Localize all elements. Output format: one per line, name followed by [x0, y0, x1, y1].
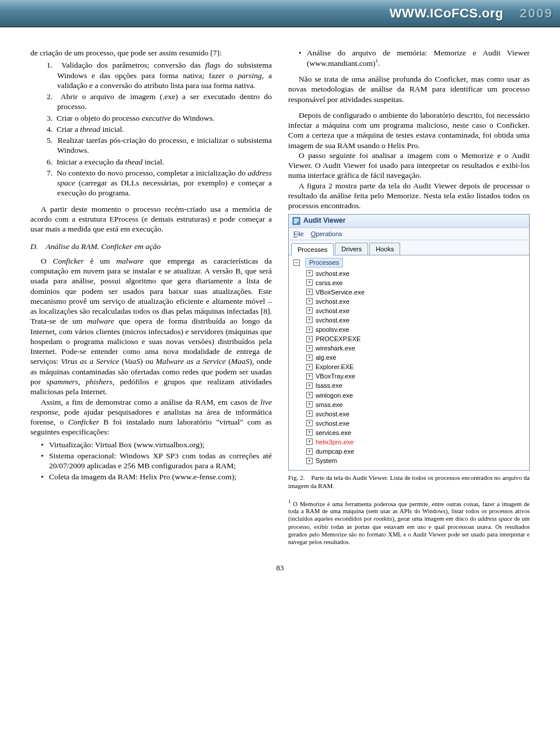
process-label: services.exe — [316, 429, 351, 437]
audit-title-text: Audit Viewer — [303, 216, 345, 225]
process-label: svchost.exe — [316, 419, 349, 427]
analysis-bullet-list: Análise do arquivo de memória: Memorize … — [288, 48, 530, 68]
right-column: Análise do arquivo de memória: Memorize … — [288, 48, 530, 546]
expand-icon[interactable]: + — [306, 307, 313, 314]
tab-drivers[interactable]: Drivers — [335, 243, 368, 255]
process-item[interactable]: +svchost.exe — [306, 269, 526, 278]
specs-list: Virtualização: Virtual Box (www.virtualb… — [30, 440, 272, 482]
process-label: lsass.exe — [316, 381, 342, 390]
process-label: Explorer.EXE — [316, 363, 354, 371]
analysis-bullet: Análise do arquivo de memória: Memorize … — [307, 48, 530, 68]
menu-file[interactable]: File — [293, 230, 304, 238]
banner-url: WWW.ICoFCS.org — [390, 6, 503, 21]
step-item: 4. Criar a thread inicial. — [47, 124, 272, 134]
menu-operations[interactable]: Operations — [311, 230, 342, 238]
expand-icon[interactable]: + — [306, 392, 313, 398]
expand-icon[interactable]: + — [306, 373, 313, 380]
spec-item: Sistema operacional: Windows XP SP3 com … — [49, 451, 272, 471]
intro-paragraph: de criação de um processo, que pode ser … — [30, 48, 272, 58]
process-label: winlogon.exe — [316, 391, 353, 399]
expand-icon[interactable]: + — [306, 270, 313, 276]
process-item[interactable]: +svchost.exe — [306, 419, 526, 428]
process-item[interactable]: +smss.exe — [306, 400, 526, 409]
expand-icon[interactable]: + — [306, 448, 313, 455]
step-item: 2. Abrir o arquivo de imagem (.exe) a se… — [47, 92, 272, 112]
expand-icon[interactable]: + — [306, 327, 313, 333]
expand-icon[interactable]: + — [306, 439, 313, 445]
process-label: smss.exe — [316, 401, 342, 409]
left-column: de criação de um processo, que pode ser … — [30, 48, 272, 546]
process-item[interactable]: +PROCEXP.EXE — [306, 334, 526, 343]
expand-icon[interactable]: + — [306, 279, 313, 286]
expand-icon[interactable]: + — [306, 429, 313, 436]
paragraph-d1: O Conficker é um malware que emprega as … — [30, 256, 272, 397]
banner: WWW.ICoFCS.org 2009 — [0, 0, 560, 27]
process-label: svchost.exe — [316, 269, 349, 278]
expand-icon[interactable]: + — [306, 364, 313, 370]
process-item[interactable]: +dumpcap.exe — [306, 447, 526, 456]
process-item[interactable]: +svchost.exe — [306, 409, 526, 419]
process-label: VBoxTray.exe — [316, 372, 355, 380]
process-item[interactable]: +Explorer.EXE — [306, 362, 526, 371]
audit-viewer-window: Audit Viewer File Operations Processes D… — [288, 214, 530, 471]
step-item: 3. Criar o objeto do processo executive … — [47, 113, 272, 123]
step-item: 6. Iniciar a execução da thead incial. — [47, 157, 272, 167]
process-item[interactable]: +spoolsv.exe — [306, 325, 526, 334]
process-label: VBoxService.exe — [316, 288, 365, 296]
svg-rect-3 — [294, 222, 297, 223]
expand-icon[interactable]: + — [306, 420, 313, 426]
tab-hooks[interactable]: Hooks — [369, 243, 400, 255]
audit-tree: − Processes +svchost.exe+csrss.exe+VBoxS… — [289, 255, 529, 470]
audit-menubar: File Operations — [289, 228, 529, 240]
process-label: alg.exe — [316, 353, 336, 362]
paragraph-d2: Assim, a fim de demonstrar como a anális… — [30, 397, 272, 437]
steps-list: 1. Validação dos parâmetros; conversão d… — [30, 60, 272, 198]
process-item[interactable]: +services.exe — [306, 428, 526, 437]
svg-rect-1 — [294, 219, 299, 220]
process-item[interactable]: +VBoxTray.exe — [306, 371, 526, 381]
tree-root[interactable]: − Processes — [293, 258, 343, 267]
step-item: 1. Validação dos parâmetros; conversão d… — [47, 60, 272, 90]
process-item[interactable]: +helix3pro.exe — [306, 437, 526, 447]
expand-icon[interactable]: + — [306, 411, 313, 417]
tree-root-label: Processes — [305, 258, 343, 267]
paragraph-r3: O passo seguinte foi analisar a imagem c… — [288, 150, 530, 181]
process-label: svchost.exe — [316, 410, 349, 418]
collapse-icon[interactable]: − — [293, 259, 300, 266]
spec-item: Virtualização: Virtual Box (www.virtualb… — [49, 440, 272, 450]
process-item[interactable]: +lsass.exe — [306, 381, 526, 390]
process-item[interactable]: +winlogon.exe — [306, 391, 526, 400]
app-icon — [292, 217, 300, 225]
expand-icon[interactable]: + — [306, 336, 313, 342]
process-item[interactable]: +svchost.exe — [306, 297, 526, 306]
expand-icon[interactable]: + — [306, 345, 313, 352]
process-label: System — [316, 457, 337, 465]
step-item: 5. Realizar tarefas pós-criação do proce… — [47, 135, 272, 156]
tab-processes[interactable]: Processes — [291, 243, 334, 255]
process-item[interactable]: +wireshark.exe — [306, 343, 526, 353]
paragraph-r1: Não se trata de uma análise profunda do … — [288, 74, 530, 104]
process-label: PROCEXP.EXE — [316, 335, 360, 343]
process-item[interactable]: +System — [306, 456, 526, 465]
svg-rect-2 — [294, 220, 299, 222]
expand-icon[interactable]: + — [306, 317, 313, 323]
spec-item: Coleta da imagem da RAM: Helix Pro (www.… — [49, 472, 272, 482]
expand-icon[interactable]: + — [306, 401, 313, 408]
process-item[interactable]: +alg.exe — [306, 353, 526, 362]
process-label: csrss.exe — [316, 279, 342, 287]
process-item[interactable]: +svchost.exe — [306, 315, 526, 325]
process-item[interactable]: +csrss.exe — [306, 278, 526, 287]
expand-icon[interactable]: + — [306, 289, 313, 295]
expand-icon[interactable]: + — [306, 383, 313, 389]
expand-icon[interactable]: + — [306, 458, 313, 464]
process-label: spoolsv.exe — [316, 325, 349, 334]
process-label: svchost.exe — [316, 307, 349, 315]
expand-icon[interactable]: + — [306, 355, 313, 361]
page-content: de criação de um processo, que pode ser … — [0, 27, 560, 552]
process-item[interactable]: +VBoxService.exe — [306, 287, 526, 297]
expand-icon[interactable]: + — [306, 298, 313, 304]
audit-tabs: Processes Drivers Hooks — [289, 240, 529, 255]
process-item[interactable]: +svchost.exe — [306, 306, 526, 315]
figure-caption: Fig. 2. Parte da tela do Audit Viewer. L… — [288, 474, 530, 490]
process-label: wireshark.exe — [316, 344, 355, 352]
